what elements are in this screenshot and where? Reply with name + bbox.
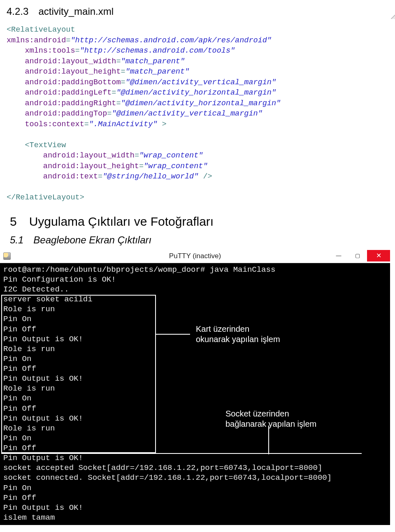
attr-val: "http://schemas.android.com/tools" — [80, 46, 235, 55]
terminal-line: Pin Off — [3, 493, 387, 503]
attr: android:paddingRight — [25, 99, 116, 108]
putty-window: PuTTY (inactive) — ▢ ✕ root@arm:/home/ub… — [0, 250, 390, 525]
putty-icon — [3, 252, 11, 260]
close-button[interactable]: ✕ — [367, 250, 390, 261]
terminal-line: Role is run — [3, 304, 387, 314]
terminal-line: Pin On — [3, 433, 387, 443]
attr-val: ".MainActivity" — [89, 120, 158, 129]
terminal-line: Pin Output is OK! — [3, 453, 387, 463]
maximize-button[interactable]: ▢ — [348, 250, 367, 261]
terminal-line: Pin Off — [3, 324, 387, 334]
terminal-line: I2C Detected.. — [3, 285, 387, 294]
terminal-line: islem tamam — [3, 513, 387, 523]
attr-val: "match_parent" — [125, 67, 189, 76]
terminal-line: Pin On — [3, 314, 387, 324]
attr: android:layout_width — [43, 151, 135, 160]
terminal-line: Pin On — [3, 354, 387, 364]
attr: android:paddingTop — [25, 109, 107, 118]
terminal-line: Pin Output is OK! — [3, 503, 387, 513]
terminal-line: socket connected. Socket[addr=/192.168.1… — [3, 473, 387, 483]
attr: tools:context — [25, 120, 84, 129]
attr-val: "@dimen/activity_horizontal_margin" — [121, 99, 281, 108]
annotation-label-1: Kart üzerinden okunarak yapılan işlem — [196, 324, 280, 345]
terminal-line: Pin Off — [3, 443, 387, 453]
heading-5.1: 5.1 Beaglebone Ekran Çıktıları — [7, 234, 388, 246]
xml-code-block: <RelativeLayout xmlns:android="http://sc… — [7, 25, 388, 203]
attr: android:layout_height — [43, 162, 139, 171]
terminal-line: server soket acildi — [3, 294, 387, 304]
tag-open: <TextView — [25, 141, 66, 150]
terminal-line: Pin Configuration is OK! — [3, 275, 387, 285]
terminal-line: Pin Output is OK! — [3, 414, 387, 423]
terminal-line: Role is run — [3, 344, 387, 354]
attr: xmlns:tools — [25, 46, 75, 55]
attr-val: "@dimen/activity_vertical_margin" — [112, 109, 262, 118]
attr-val: "http://schemas.android.com/apk/res/andr… — [70, 36, 271, 45]
annotation-connector-1 — [156, 334, 190, 335]
attr: android:paddingLeft — [25, 88, 112, 97]
attr-val: "wrap_content" — [139, 151, 203, 160]
tag-close: </RelativeLayout> — [7, 193, 84, 202]
resize-grip-icon[interactable] — [391, 14, 395, 19]
terminal-line: root@arm:/home/ubuntu/bbprojects/womp_do… — [3, 265, 387, 275]
terminal-line: Pin Off — [3, 364, 387, 374]
tag-open: <RelativeLayout — [7, 25, 75, 34]
terminal-line: Pin On — [3, 393, 387, 403]
attr-val: "@dimen/activity_vertical_margin" — [125, 78, 276, 87]
titlebar[interactable]: PuTTY (inactive) — ▢ ✕ — [0, 250, 390, 263]
attr: android:layout_height — [25, 67, 121, 76]
terminal-line: Pin On — [3, 483, 387, 493]
attr: android:text — [43, 172, 98, 181]
terminal-body[interactable]: root@arm:/home/ubuntu/bbprojects/womp_do… — [0, 263, 390, 525]
terminal-line: Role is run — [3, 423, 387, 433]
attr: android:paddingBottom — [25, 78, 121, 87]
attr-val: "@string/hello_world" — [102, 172, 198, 181]
terminal-line: Role is run — [3, 384, 387, 393]
heading-5: 5 Uygulama Çıktıları ve Fotoğrafları — [7, 215, 388, 229]
heading-4.2.3: 4.2.3 activity_main.xml — [7, 6, 388, 17]
attr: xmlns:android — [7, 36, 66, 45]
terminal-line: Pin Output is OK! — [3, 334, 387, 344]
attr-val: "wrap_content" — [144, 162, 207, 171]
annotation-connector-2 — [268, 426, 269, 454]
terminal-line: socket accepted Socket[addr=/192.168.1.2… — [3, 463, 387, 473]
attr-val: "match_parent" — [121, 57, 185, 66]
minimize-button[interactable]: — — [329, 250, 348, 261]
annotation-label-2: Socket üzerinden bağlanarak yapılan işle… — [225, 409, 316, 429]
terminal-line: Pin Output is OK! — [3, 374, 387, 384]
attr-val: "@dimen/activity_horizontal_margin" — [116, 88, 276, 97]
attr: android:layout_width — [25, 57, 116, 66]
terminal-line: Pin Off — [3, 404, 387, 414]
